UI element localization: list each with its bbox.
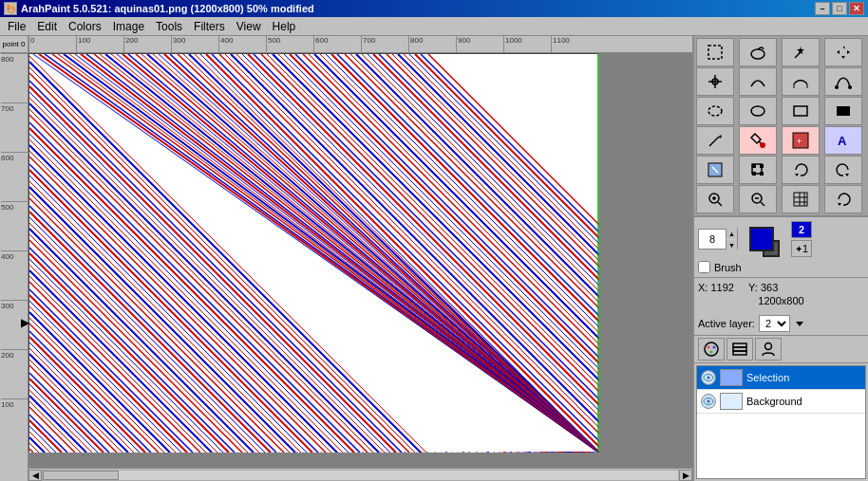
canvas-scroll[interactable] bbox=[28, 53, 692, 468]
brush-size-down[interactable]: ▼ bbox=[726, 239, 737, 250]
svg-text:A: A bbox=[838, 134, 847, 148]
tool-zoom-in[interactable] bbox=[696, 185, 734, 213]
tool-magic-wand[interactable] bbox=[782, 38, 820, 66]
layer-toolbar bbox=[694, 336, 868, 363]
layer-btn-layers[interactable] bbox=[726, 338, 753, 361]
tool-rect-outline[interactable] bbox=[782, 97, 820, 125]
brush-row: 8 ▲ ▼ 2 ✦ 1 bbox=[698, 221, 864, 257]
tool-move[interactable] bbox=[824, 38, 862, 66]
tool-select-rect[interactable] bbox=[696, 38, 734, 66]
tool-color-picker[interactable]: + bbox=[782, 126, 820, 155]
ruler-v-tick-500: 500 bbox=[1, 201, 28, 212]
layer-eye-background[interactable] bbox=[701, 394, 716, 409]
layer-row-background[interactable]: Background bbox=[697, 390, 865, 414]
tool-grid[interactable] bbox=[782, 185, 820, 213]
tools-grid: + A bbox=[694, 36, 868, 217]
tool-redo[interactable] bbox=[824, 156, 862, 184]
svg-point-56 bbox=[708, 377, 710, 379]
tool-ellipse-select[interactable] bbox=[696, 97, 734, 125]
svg-line-34 bbox=[718, 202, 722, 206]
scroll-arrow: ▶ bbox=[21, 316, 29, 329]
svg-marker-17 bbox=[719, 135, 722, 139]
svg-line-38 bbox=[761, 202, 764, 206]
svg-rect-29 bbox=[752, 172, 756, 176]
ruler-corner: point 0 bbox=[0, 36, 28, 53]
tool-undo[interactable] bbox=[824, 185, 862, 213]
tool-pencil[interactable] bbox=[696, 126, 734, 155]
menu-item-help[interactable]: Help bbox=[267, 18, 302, 35]
menu-item-tools[interactable]: Tools bbox=[150, 18, 188, 35]
hscroll-thumb[interactable] bbox=[43, 471, 119, 480]
ruler-corner-label: point 0 bbox=[2, 40, 25, 48]
layer-eye-selection[interactable] bbox=[701, 370, 716, 385]
menu-item-file[interactable]: File bbox=[2, 18, 31, 35]
svg-marker-3 bbox=[797, 46, 804, 54]
tool-eyedropper[interactable] bbox=[696, 156, 734, 184]
ruler-h-tick-100: 100 bbox=[76, 36, 90, 53]
tool-transform2[interactable] bbox=[739, 156, 777, 184]
canvas-container[interactable]: point 0 01002003004005006007008009001000… bbox=[0, 36, 692, 481]
svg-point-1 bbox=[751, 49, 764, 59]
ruler-v-tick-600: 600 bbox=[1, 152, 28, 162]
svg-point-13 bbox=[751, 106, 764, 116]
brush-size-input[interactable]: 8 bbox=[699, 233, 726, 245]
menu-item-edit[interactable]: Edit bbox=[31, 18, 63, 35]
menu-item-filters[interactable]: Filters bbox=[188, 18, 231, 35]
ruler-v-tick-400: 400 bbox=[1, 250, 28, 261]
tool-rect-fill[interactable] bbox=[824, 97, 862, 125]
titlebar-title: ArahPaint 5.0.521: aquinas01.png (1200x8… bbox=[21, 3, 314, 14]
ruler-vertical: 800700600500400300200100 bbox=[0, 53, 28, 481]
minimize-button[interactable]: – bbox=[815, 2, 830, 15]
svg-line-20 bbox=[759, 141, 761, 143]
ruler-v-tick-100: 100 bbox=[1, 398, 28, 409]
svg-point-11 bbox=[848, 85, 852, 89]
active-layer-select[interactable]: 2 1 3 bbox=[759, 315, 790, 332]
tool-curve[interactable] bbox=[739, 67, 777, 96]
tool-crosshair[interactable] bbox=[696, 67, 734, 96]
menu-item-view[interactable]: View bbox=[231, 18, 267, 35]
titlebar: 🎨 ArahPaint 5.0.521: aquinas01.png (1200… bbox=[0, 0, 868, 17]
maximize-button[interactable]: □ bbox=[832, 2, 847, 15]
tool-rotate[interactable] bbox=[782, 156, 820, 184]
ruler-h-tick-700: 700 bbox=[361, 36, 375, 53]
hscroll-left[interactable]: ◀ bbox=[28, 470, 42, 481]
color-swatch-container bbox=[749, 227, 774, 251]
tool-bezier[interactable] bbox=[824, 67, 862, 96]
hscroll-right[interactable]: ▶ bbox=[679, 470, 692, 481]
brush-label: Brush bbox=[714, 262, 742, 273]
tool-text[interactable]: A bbox=[824, 126, 862, 155]
svg-marker-4 bbox=[837, 46, 850, 59]
y-label: Y: bbox=[748, 282, 758, 293]
titlebar-controls: – □ ✕ bbox=[815, 2, 864, 15]
ruler-h-tick-1000: 1000 bbox=[503, 36, 522, 53]
svg-point-12 bbox=[708, 106, 722, 116]
brush-checkbox-row: Brush bbox=[698, 261, 864, 273]
layer-row-selection[interactable]: Selection bbox=[697, 366, 865, 390]
x-value: 1192 bbox=[710, 282, 733, 293]
color-value-1: 2 bbox=[791, 221, 812, 238]
ruler-v-tick-200: 200 bbox=[1, 349, 28, 360]
tool-fill[interactable] bbox=[739, 126, 777, 155]
tool-arc[interactable] bbox=[782, 67, 820, 96]
svg-marker-32 bbox=[845, 174, 849, 176]
layer-btn-palette[interactable] bbox=[698, 338, 725, 361]
svg-point-48 bbox=[708, 346, 710, 349]
color-small-value: 1 bbox=[802, 243, 808, 254]
svg-point-54 bbox=[765, 343, 772, 350]
close-button[interactable]: ✕ bbox=[849, 2, 864, 15]
layer-name-background: Background bbox=[746, 396, 802, 407]
primary-color-swatch[interactable] bbox=[749, 227, 774, 251]
tool-lasso[interactable] bbox=[739, 38, 777, 66]
menu-item-colors[interactable]: Colors bbox=[63, 18, 107, 35]
layer-btn-user[interactable] bbox=[755, 338, 782, 361]
brush-size-spinner[interactable]: 8 ▲ ▼ bbox=[698, 229, 738, 250]
menu-item-image[interactable]: Image bbox=[107, 18, 150, 35]
brush-checkbox[interactable] bbox=[698, 261, 710, 273]
brush-size-up[interactable]: ▲ bbox=[726, 229, 737, 239]
ruler-h-tick-1100: 1100 bbox=[551, 36, 570, 53]
x-label: X: bbox=[698, 282, 708, 293]
tool-ellipse[interactable] bbox=[739, 97, 777, 125]
tool-zoom-out[interactable] bbox=[739, 185, 777, 213]
horizontal-scrollbar[interactable]: ◀ ▶ bbox=[28, 468, 692, 481]
svg-rect-0 bbox=[708, 46, 722, 59]
